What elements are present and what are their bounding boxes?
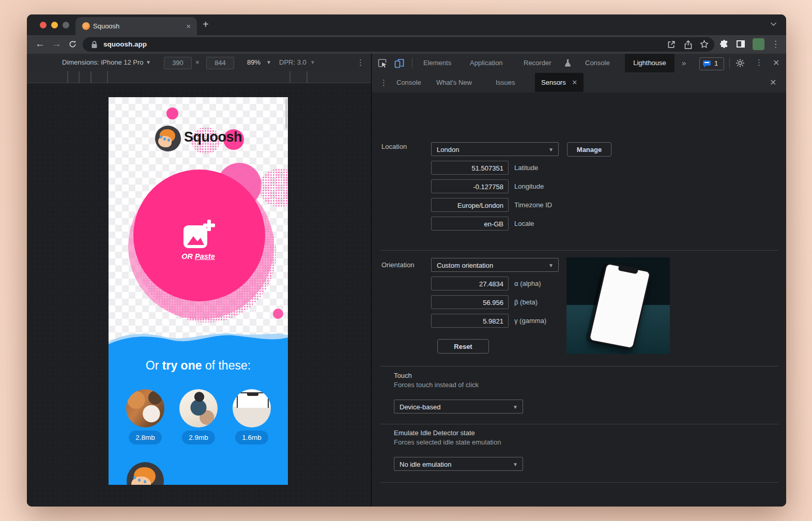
tab-elements[interactable]: Elements [423, 54, 451, 72]
zoom-window-button[interactable] [63, 22, 69, 28]
bookmark-star-icon[interactable] [700, 40, 709, 49]
browser-toolbar: ← → squoosh.app ⋮ [27, 35, 786, 54]
devtools-close-icon[interactable]: ✕ [773, 58, 779, 68]
open-in-new-icon[interactable] [667, 40, 676, 49]
device-height-input[interactable]: 844 [206, 57, 234, 69]
browser-tab[interactable]: Squoosh × [75, 17, 197, 35]
app-scrollbar[interactable] [285, 99, 287, 129]
device-emulation-pane: Dimensions: iPhone 12 Pro ▼ 390 × 844 89… [27, 54, 371, 507]
reset-button[interactable]: Reset [437, 339, 489, 354]
issues-counter[interactable]: 1 [699, 57, 724, 70]
timezone-input[interactable]: Europe/London [431, 198, 509, 212]
share-icon[interactable] [684, 40, 692, 49]
drawer-tab-whats-new[interactable]: What's New [436, 73, 472, 92]
zoom-caret-icon: ▼ [266, 59, 271, 65]
sensors-panel: Location London ▼ Manage 51.507351 Latit… [372, 93, 786, 507]
new-tab-button[interactable]: + [203, 19, 209, 29]
location-selected-value: London [437, 146, 459, 154]
tab-application[interactable]: Application [470, 54, 503, 72]
devtools-menu-icon[interactable]: ⋮ [755, 58, 763, 67]
heading-pre: Or [146, 359, 162, 372]
tab-console[interactable]: Console [585, 54, 610, 72]
inspect-element-icon[interactable] [378, 58, 388, 68]
drawer-tab-console[interactable]: Console [396, 73, 421, 92]
decorative-blob [273, 309, 283, 319]
locale-input[interactable]: en-GB [431, 217, 509, 231]
side-panel-icon[interactable] [736, 40, 745, 48]
sample-image-illustration[interactable] [179, 389, 218, 427]
sample-size-badge: 1.6mb [235, 431, 268, 445]
settings-gear-icon[interactable] [736, 58, 745, 68]
heading-post: of these: [202, 359, 251, 372]
add-image-icon[interactable] [182, 219, 216, 250]
reload-button[interactable] [68, 40, 77, 49]
brand-title: Squoosh [184, 129, 242, 145]
beta-input[interactable]: 56.956 [431, 295, 509, 309]
dpr-caret-icon: ▼ [310, 59, 315, 65]
tab-lighthouse[interactable]: Lighthouse [625, 54, 675, 72]
locale-label: Locale [514, 217, 534, 231]
tab-search-chevron-icon[interactable] [770, 22, 777, 26]
location-label: Location [381, 143, 407, 150]
samples-heading: Or try one of these: [109, 359, 288, 373]
drawer-tab-issues[interactable]: Issues [496, 73, 515, 92]
manage-button[interactable]: Manage [567, 142, 611, 157]
longitude-input[interactable]: -0.127758 [431, 179, 509, 193]
device-width-input[interactable]: 390 [164, 57, 192, 69]
idle-select[interactable]: No idle emulation ▼ [394, 457, 523, 471]
drawer-tab-close-icon[interactable]: ✕ [572, 79, 577, 86]
touch-title: Touch [394, 372, 412, 379]
beta-label: β (beta) [514, 295, 538, 309]
orientation-select[interactable]: Custom orientation ▼ [431, 258, 559, 272]
drawer-toolbar: ⋮ Console What's New Issues Sensors ✕ ✕ [372, 73, 786, 93]
sample-image-phone-screenshot[interactable] [233, 389, 271, 427]
alpha-input[interactable]: 27.4834 [431, 277, 509, 290]
overflow-tabs-icon[interactable]: » [682, 58, 686, 67]
tab-strip: Squoosh × + [27, 14, 786, 35]
devtools-panel: Elements Application Recorder Console Li… [371, 54, 786, 507]
orientation-label: Orientation [381, 261, 415, 269]
forward-button[interactable]: → [52, 39, 62, 49]
location-select[interactable]: London ▼ [431, 142, 559, 156]
orientation-selected-value: Custom orientation [437, 262, 493, 269]
tab-recorder[interactable]: Recorder [524, 54, 551, 72]
chat-bubble-icon [703, 60, 711, 66]
device-toolbar: Dimensions: iPhone 12 Pro ▼ 390 × 844 89… [27, 54, 371, 72]
tab-title: Squoosh [93, 22, 119, 30]
idle-title: Emulate Idle Detector state [394, 429, 475, 437]
samples-section: Or try one of these: 2.8mb 2.9mb 1.6mb [109, 330, 288, 485]
drawer-close-icon[interactable]: ✕ [770, 78, 776, 87]
device-toolbar-menu-icon[interactable]: ⋮ [357, 58, 364, 67]
drawer-tab-sensors-label: Sensors [541, 79, 566, 86]
desktop-background: Squoosh × + ← → squoosh.app [0, 0, 812, 521]
tab-close-icon[interactable]: × [186, 22, 191, 30]
touch-select[interactable]: Device-based ▼ [394, 400, 523, 413]
main-area: Dimensions: iPhone 12 Pro ▼ 390 × 844 89… [27, 54, 786, 507]
browser-menu-icon[interactable]: ⋮ [771, 39, 780, 50]
dpr-select[interactable]: DPR: 3.0 [279, 58, 307, 66]
sample-image-red-panda[interactable] [126, 389, 164, 427]
sample-size-badge: 2.9mb [182, 431, 215, 445]
drawer-menu-icon[interactable]: ⋮ [380, 78, 388, 87]
profile-avatar[interactable] [753, 38, 764, 50]
paste-link[interactable]: Paste [195, 252, 215, 260]
url-bar[interactable]: squoosh.app [83, 37, 714, 52]
latitude-input[interactable]: 51.507351 [431, 161, 509, 175]
zoom-select[interactable]: 89% [247, 58, 261, 66]
gamma-input[interactable]: 5.9821 [431, 314, 509, 328]
extensions-puzzle-icon[interactable] [719, 40, 729, 49]
decorative-blob [166, 108, 178, 119]
close-window-button[interactable] [40, 22, 47, 28]
orientation-preview[interactable] [566, 257, 670, 354]
timezone-label: Timezone ID [514, 198, 552, 212]
device-dimensions-select[interactable]: Dimensions: iPhone 12 Pro [62, 58, 144, 66]
toggle-device-toolbar-icon[interactable] [394, 58, 405, 68]
minimize-window-button[interactable] [51, 22, 58, 28]
decorative-blob [259, 168, 288, 207]
touch-subtitle: Forces touch instead of click [394, 381, 479, 389]
latitude-label: Latitude [514, 161, 538, 175]
back-button[interactable]: ← [35, 39, 45, 49]
drawer-tab-sensors[interactable]: Sensors ✕ [535, 73, 584, 92]
url-text: squoosh.app [103, 40, 147, 48]
device-canvas: Squoosh OR Paste [27, 83, 371, 507]
